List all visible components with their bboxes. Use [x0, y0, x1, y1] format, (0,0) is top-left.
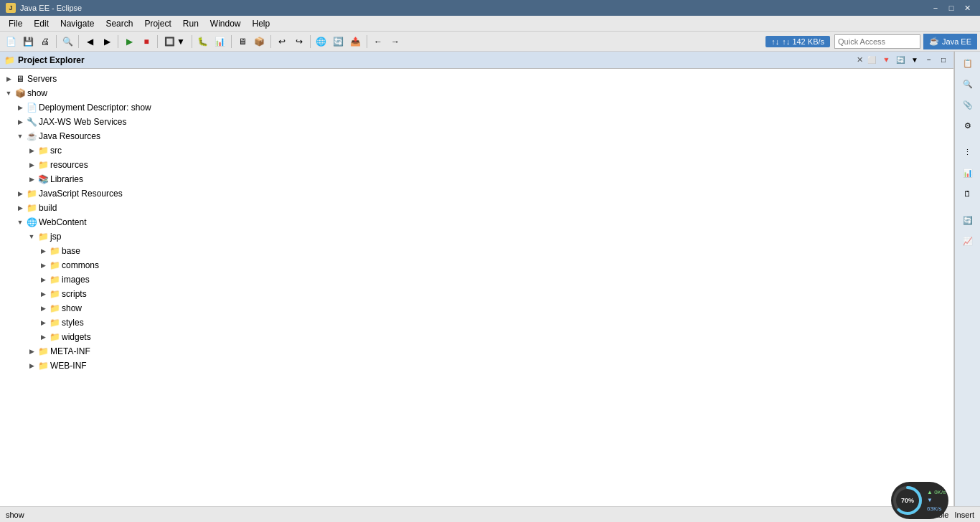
tb-sync-button[interactable]: 🔄 — [331, 34, 347, 49]
tb-forward-button[interactable]: → — [387, 34, 403, 49]
tree-item-jsp[interactable]: 📁 jsp — [0, 229, 953, 244]
titlebar-left: J Java EE - Eclipse — [6, 3, 82, 13]
tb-print-button[interactable]: 🖨 — [37, 34, 53, 49]
tb-run-button[interactable]: ▶ — [121, 34, 137, 49]
right-btn-4[interactable]: ⚙ — [958, 115, 978, 136]
tree-item-libraries[interactable]: 📚 Libraries — [0, 172, 953, 186]
tree-item-images[interactable]: 📁 images — [0, 272, 953, 287]
menu-file[interactable]: File — [3, 16, 28, 32]
right-btn-2[interactable]: 🔍 — [958, 74, 978, 94]
explorer-sync-btn[interactable]: 🔄 — [895, 54, 906, 66]
tree-item-jaxws[interactable]: 🔧 JAX-WS Web Services — [0, 115, 953, 129]
tb-browser-button[interactable]: 🌐 — [314, 34, 329, 49]
resources-expand-icon[interactable] — [26, 159, 37, 171]
scripts-expand-icon[interactable] — [37, 288, 49, 300]
show-folder-label: show — [62, 303, 82, 313]
tb-back-button[interactable]: ← — [370, 34, 386, 49]
explorer-filter-btn[interactable]: 🔻 — [880, 54, 892, 66]
menu-search[interactable]: Search — [100, 16, 138, 32]
title-bar: J Java EE - Eclipse − □ ✕ — [0, 0, 980, 16]
tree-item-webcontent[interactable]: 🌐 WebContent — [0, 215, 953, 229]
tree-item-src[interactable]: 📁 src — [0, 143, 953, 158]
menu-project[interactable]: Project — [138, 16, 176, 32]
close-button[interactable]: ✕ — [960, 2, 974, 14]
show-folder-expand-icon[interactable] — [37, 303, 49, 314]
jsresources-label: JavaScript Resources — [39, 189, 123, 199]
tree-item-webinf[interactable]: 📁 WEB-INF — [0, 359, 953, 373]
jaxws-expand-icon[interactable] — [14, 116, 26, 128]
tb-debug-button[interactable]: 🐛 — [195, 34, 211, 49]
tb-profile-button[interactable]: 📊 — [212, 34, 228, 49]
tree-item-commons[interactable]: 📁 commons — [0, 258, 953, 272]
menu-run[interactable]: Run — [177, 16, 204, 32]
tree-item-base[interactable]: 📁 base — [0, 244, 953, 258]
tb-new-button[interactable]: 📄 — [3, 34, 19, 49]
right-btn-6[interactable]: 📊 — [958, 163, 978, 183]
jsp-expand-icon[interactable] — [26, 231, 37, 242]
perspective-button[interactable]: ☕ Java EE — [923, 34, 977, 49]
quick-access-input[interactable] — [834, 34, 920, 49]
tree-item-deployment[interactable]: 📄 Deployment Descriptor: show — [0, 100, 953, 115]
right-btn-1[interactable]: 📋 — [958, 53, 978, 73]
explorer-menu-btn[interactable]: ▼ — [909, 54, 920, 66]
tb-stop-button[interactable]: ■ — [138, 34, 154, 49]
right-btn-9[interactable]: 📈 — [958, 231, 978, 251]
tb-deploy-button[interactable]: 📦 — [252, 34, 268, 49]
maximize-button[interactable]: □ — [944, 2, 958, 14]
tree-item-show-folder[interactable]: 📁 show — [0, 301, 953, 315]
tree-item-build[interactable]: 📁 build — [0, 201, 953, 215]
jsresources-expand-icon[interactable] — [14, 188, 26, 199]
src-expand-icon[interactable] — [26, 145, 37, 156]
tb-redo-button[interactable]: ↪ — [291, 34, 307, 49]
right-btn-5[interactable]: ⋮ — [958, 142, 978, 162]
javaresources-expand-icon[interactable] — [14, 130, 26, 142]
explorer-max-btn[interactable]: □ — [938, 54, 949, 66]
tb-perspective-dropdown[interactable]: 🔲 ▼ — [161, 34, 189, 49]
base-expand-icon[interactable] — [37, 245, 49, 257]
styles-expand-icon[interactable] — [37, 317, 49, 328]
tree-item-metainf[interactable]: 📁 META-INF — [0, 344, 953, 359]
menu-edit[interactable]: Edit — [28, 16, 55, 32]
tree-item-widgets[interactable]: 📁 widgets — [0, 330, 953, 344]
main-toolbar: 📄 💾 🖨 🔍 ◀ ▶ ▶ ■ 🔲 ▼ 🐛 📊 🖥 📦 ↩ ↪ 🌐 🔄 📤 ← … — [0, 32, 980, 52]
explorer-collapse-btn[interactable]: ⬜ — [866, 54, 877, 66]
images-label: images — [62, 275, 90, 285]
tb-prev-button[interactable]: ◀ — [82, 34, 98, 49]
servers-expand-icon[interactable] — [3, 73, 14, 85]
tree-item-scripts[interactable]: 📁 scripts — [0, 287, 953, 301]
images-expand-icon[interactable] — [37, 274, 49, 285]
tb-save-button[interactable]: 💾 — [20, 34, 36, 49]
tb-undo-button[interactable]: ↩ — [274, 34, 290, 49]
metainf-expand-icon[interactable] — [26, 346, 37, 357]
webcontent-expand-icon[interactable] — [14, 217, 26, 228]
right-btn-7[interactable]: 🗒 — [958, 184, 978, 204]
tree-item-servers[interactable]: 🖥 Servers — [0, 72, 953, 86]
tree-item-show[interactable]: 📦 show — [0, 86, 953, 100]
tree-item-resources[interactable]: 📁 resources — [0, 158, 953, 172]
explorer-min-btn[interactable]: − — [923, 54, 935, 66]
menu-window[interactable]: Window — [204, 16, 247, 32]
build-expand-icon[interactable] — [14, 202, 26, 214]
minimize-button[interactable]: − — [928, 2, 943, 14]
tb-next-button[interactable]: ▶ — [99, 34, 115, 49]
tree-item-javaresources[interactable]: ☕ Java Resources — [0, 129, 953, 143]
tree-item-styles[interactable]: 📁 styles — [0, 315, 953, 330]
explorer-panel-close-icon: ✕ — [857, 55, 863, 65]
libraries-expand-icon[interactable] — [26, 174, 37, 185]
commons-expand-icon[interactable] — [37, 260, 49, 271]
tb-publish-button[interactable]: 📤 — [348, 34, 364, 49]
window-controls[interactable]: − □ ✕ — [928, 2, 974, 14]
tb-search-button[interactable]: 🔍 — [60, 34, 75, 49]
menu-help[interactable]: Help — [247, 16, 276, 32]
right-btn-3[interactable]: 📎 — [958, 95, 978, 115]
deployment-expand-icon[interactable] — [14, 102, 26, 113]
build-icon: 📁 — [26, 202, 37, 214]
show-expand-icon[interactable] — [3, 87, 14, 99]
menu-navigate[interactable]: Navigate — [55, 16, 100, 32]
tree-item-jsresources[interactable]: 📁 JavaScript Resources — [0, 186, 953, 201]
webinf-expand-icon[interactable] — [26, 360, 37, 371]
right-btn-8[interactable]: 🔄 — [958, 210, 978, 230]
tb-server-button[interactable]: 🖥 — [235, 34, 250, 49]
monitor-widget[interactable]: 70% ▲ 0K/s ▼ 63K/s — [891, 482, 948, 519]
widgets-expand-icon[interactable] — [37, 331, 49, 343]
